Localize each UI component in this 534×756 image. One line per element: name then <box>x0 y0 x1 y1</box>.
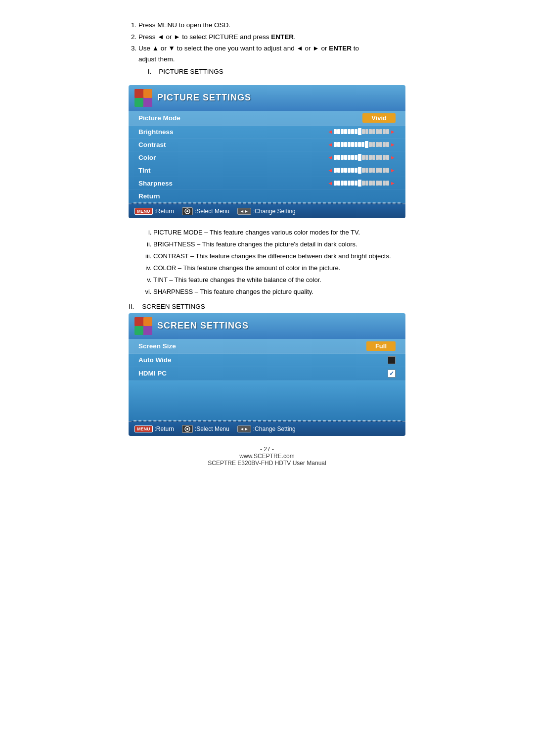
page-number: - 27 - <box>129 446 405 453</box>
footer-change: ◄► :Change Setting <box>237 208 296 215</box>
color-label: Color <box>138 154 208 161</box>
screen-change-btn: ◄► <box>237 425 251 432</box>
auto-wide-checkbox <box>388 356 396 364</box>
brightness-label: Brightness <box>138 128 208 136</box>
explain-tint: TINT – This feature changes the white ba… <box>153 275 405 285</box>
screen-size-value: Full <box>208 341 396 351</box>
svg-rect-9 <box>143 317 152 326</box>
website: www.SCEPTRE.com <box>129 453 405 460</box>
svg-rect-10 <box>134 326 143 335</box>
picture-settings-body: Picture Mode Vivid Brightness ◄ <box>129 111 405 203</box>
svg-rect-11 <box>143 326 152 335</box>
svg-rect-2 <box>143 89 152 98</box>
picture-settings-icon <box>134 89 152 107</box>
color-row: Color ◄ <box>129 151 405 164</box>
explain-contrast: CONTRAST – This feature changes the diff… <box>153 251 405 262</box>
auto-wide-row: Auto Wide <box>129 354 405 367</box>
svg-rect-8 <box>134 317 143 326</box>
picture-settings-title: PICTURE SETTINGS <box>157 93 251 103</box>
brightness-row: Brightness ◄ <box>129 126 405 139</box>
slider-right-arrow: ► <box>390 129 396 135</box>
auto-wide-label: Auto Wide <box>138 356 208 364</box>
explain-sharpness: SHARPNESS – This feature changes the pic… <box>153 286 405 297</box>
svg-rect-1 <box>134 89 143 98</box>
change-btn: ◄► <box>237 208 251 215</box>
screen-footer-change: ◄► :Change Setting <box>237 425 296 432</box>
tint-row: Tint ◄ <box>129 164 405 177</box>
screen-settings-icon <box>134 317 152 335</box>
screen-footer-return: MENU :Return <box>134 425 174 432</box>
screen-size-label: Screen Size <box>138 342 208 350</box>
screen-settings-heading: II. SCREEN SETTINGS <box>129 303 405 310</box>
manual-title: SCEPTRE E320BV-FHD HDTV User Manual <box>129 460 405 467</box>
menu-btn: MENU <box>134 208 153 215</box>
section-title-text: SCREEN SETTINGS <box>142 303 205 310</box>
color-slider: ◄ <box>208 154 396 161</box>
step-1: Press MENU to open the OSD. <box>138 20 405 31</box>
footer-return: MENU :Return <box>134 208 174 215</box>
hdmi-pc-checkbox: ✓ <box>388 370 396 378</box>
hdmi-pc-row: HDMI PC ✓ <box>129 367 405 380</box>
section-number: II. <box>129 303 134 310</box>
svg-rect-3 <box>134 98 143 107</box>
explain-picture-mode: PICTURE MODE – This feature changes vari… <box>153 227 405 238</box>
screen-settings-title: SCREEN SETTINGS <box>157 321 249 331</box>
picture-settings-footer: MENU :Return :Select Menu ◄► :Change Set… <box>129 203 405 218</box>
select-btn <box>182 207 193 215</box>
screen-size-row: Screen Size Full <box>129 339 405 354</box>
picture-mode-value: Vivid <box>208 113 396 123</box>
screen-select-btn <box>182 425 193 433</box>
tint-label: Tint <box>138 167 208 174</box>
screen-settings-panel: SCREEN SETTINGS Screen Size Full Auto Wi… <box>129 313 405 436</box>
auto-wide-value <box>208 356 396 364</box>
sharpness-slider: ◄ <box>208 180 396 187</box>
step-3: Use ▲ or ▼ to select the one you want to… <box>138 43 405 77</box>
svg-point-6 <box>186 210 188 212</box>
screen-footer-select: :Select Menu <box>182 425 229 433</box>
explain-color: COLOR – This feature changes the amount … <box>153 263 405 274</box>
picture-mode-row: Picture Mode Vivid <box>129 111 405 126</box>
instructions-section: Press MENU to open the OSD. Press ◄ or ►… <box>129 20 405 77</box>
sharpness-label: Sharpness <box>138 180 208 187</box>
return-row: Return <box>129 190 405 202</box>
contrast-slider: ◄ <box>208 141 396 148</box>
screen-settings-header: SCREEN SETTINGS <box>129 313 405 339</box>
screen-settings-footer: MENU :Return :Select Menu ◄► :Change Set… <box>129 421 405 436</box>
picture-mode-label: Picture Mode <box>138 114 208 122</box>
screen-menu-btn: MENU <box>134 425 153 432</box>
return-label: Return <box>138 192 160 200</box>
contrast-row: Contrast ◄ <box>129 139 405 151</box>
brightness-slider: ◄ <box>208 128 396 135</box>
explain-brightness: BRIGHTNESS – This feature changes the pi… <box>153 239 405 250</box>
step-2: Press ◄ or ► to select PICTURE and press… <box>138 32 405 43</box>
picture-explanations: PICTURE MODE – This feature changes vari… <box>143 227 405 298</box>
screen-settings-body: Screen Size Full Auto Wide HDMI PC ✓ <box>129 339 405 421</box>
contrast-label: Contrast <box>138 141 208 148</box>
empty-space <box>129 380 405 420</box>
footer-select: :Select Menu <box>182 207 229 215</box>
svg-rect-4 <box>143 98 152 107</box>
sub-item-i: PICTURE SETTINGS <box>153 66 405 77</box>
hdmi-pc-label: HDMI PC <box>138 370 208 377</box>
picture-settings-panel: PICTURE SETTINGS Picture Mode Vivid Brig… <box>129 85 405 218</box>
svg-point-13 <box>186 428 188 430</box>
page-footer: - 27 - www.SCEPTRE.com SCEPTRE E320BV-FH… <box>129 446 405 467</box>
slider-left-arrow: ◄ <box>327 129 333 135</box>
sharpness-row: Sharpness ◄ <box>129 177 405 190</box>
tint-slider: ◄ <box>208 167 396 174</box>
hdmi-pc-value: ✓ <box>208 370 396 378</box>
picture-settings-header: PICTURE SETTINGS <box>129 85 405 111</box>
